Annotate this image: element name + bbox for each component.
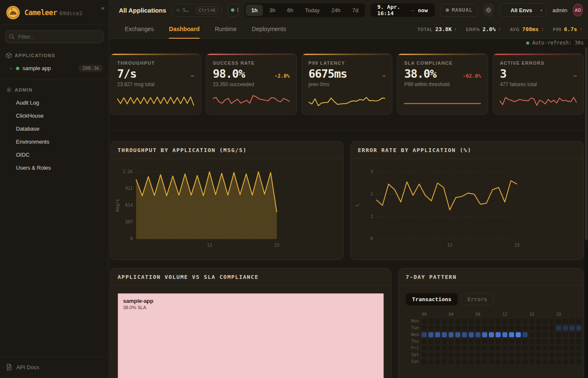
sidebar: Cameleer 69dcce2 « APPLICATIONS › sample… bbox=[0, 0, 109, 378]
heatmap-cell bbox=[428, 339, 433, 344]
kpi-value: 3 bbox=[500, 67, 506, 80]
scrollbar-thumb[interactable] bbox=[585, 47, 588, 240]
heatmap-cell bbox=[475, 352, 480, 357]
scrollbar-track[interactable] bbox=[585, 47, 588, 378]
kpi-delta: – bbox=[191, 73, 194, 79]
heatmap-cell bbox=[522, 346, 528, 351]
sidebar-item-database[interactable]: Database bbox=[0, 122, 109, 135]
heatmap-cell bbox=[475, 319, 480, 324]
stat-avg: AVG708ms↑ bbox=[510, 26, 543, 32]
tab-dashboard[interactable]: Dashboard bbox=[169, 20, 200, 39]
env-select[interactable]: All Envs ▾ bbox=[499, 3, 547, 17]
theme-toggle-button[interactable] bbox=[483, 4, 494, 17]
global-search[interactable]: Ctrl+K bbox=[172, 4, 222, 17]
panel-title: APPLICATION VOLUME VS SLA COMPLIANCE bbox=[118, 274, 259, 280]
heatmap-cell bbox=[482, 332, 487, 337]
live-status-button[interactable]: O bbox=[227, 4, 239, 17]
svg-text:msg/s: msg/s bbox=[115, 199, 120, 212]
kpi-accent-bar bbox=[302, 54, 392, 55]
heatmap-cell bbox=[570, 352, 575, 357]
heatmap-hour-label bbox=[462, 312, 467, 317]
heatmap-cell bbox=[422, 339, 427, 344]
range-button-3h[interactable]: 3h bbox=[264, 5, 281, 16]
sidebar-spacer bbox=[0, 174, 109, 357]
sidebar-collapse-button[interactable]: « bbox=[101, 4, 105, 11]
heatmap-cell bbox=[543, 332, 548, 337]
heatmap-cell bbox=[522, 319, 528, 324]
panel-header: THROUGHPUT BY APPLICATION (MSG/S) bbox=[110, 142, 343, 159]
heatmap-cell bbox=[496, 346, 501, 351]
filter-input[interactable] bbox=[5, 30, 104, 43]
heatmap-hour-label bbox=[509, 312, 514, 317]
api-docs-link[interactable]: API Docs bbox=[16, 364, 39, 370]
heatmap-cell bbox=[442, 339, 447, 344]
mode-button-errors[interactable]: Errors bbox=[461, 293, 494, 305]
heatmap-hour-label bbox=[563, 312, 568, 317]
range-button-7d[interactable]: 7d bbox=[347, 5, 364, 16]
kpi-value: 6675ms bbox=[309, 67, 347, 80]
app-item-name[interactable]: sample app bbox=[23, 65, 75, 71]
heatmap-hour-label bbox=[549, 312, 554, 317]
heatmap-cell bbox=[475, 332, 480, 337]
chevron-right-icon[interactable]: › bbox=[9, 65, 13, 71]
range-button-24h[interactable]: 24h bbox=[326, 5, 346, 16]
throughput-panel: THROUGHPUT BY APPLICATION (MSG/S) 1.2k92… bbox=[110, 141, 344, 260]
heatmap-hour-label: 12 bbox=[502, 312, 507, 317]
app-build-hash: 69dcce2 bbox=[60, 10, 83, 16]
chart-body: 1.2k92161430701223msg/s bbox=[110, 159, 343, 260]
app-title: Cameleer 69dcce2 bbox=[24, 8, 82, 17]
heatmap-cell bbox=[435, 346, 440, 351]
cameleer-logo bbox=[6, 5, 20, 20]
svg-text:2: 2 bbox=[370, 192, 373, 196]
heatmap-cell bbox=[543, 359, 548, 364]
range-button-today[interactable]: Today bbox=[299, 5, 325, 16]
search-shortcut-badge: Ctrl+K bbox=[196, 6, 218, 14]
heatmap-cell bbox=[469, 346, 474, 351]
manual-mode-button[interactable]: MANUAL bbox=[440, 4, 478, 17]
tab-exchanges[interactable]: Exchanges bbox=[125, 20, 154, 39]
svg-text:%: % bbox=[355, 204, 360, 207]
status-dot-green bbox=[16, 67, 19, 70]
heatmap-cell bbox=[442, 352, 447, 357]
sidebar-item-oidc[interactable]: OIDC bbox=[0, 148, 109, 161]
heatmap-cell bbox=[563, 346, 568, 351]
heatmap-cell bbox=[462, 339, 467, 344]
date-range-display[interactable]: 9. Apr. 16:14 – now bbox=[370, 3, 434, 17]
tab-runtime[interactable]: Runtime bbox=[215, 20, 236, 39]
heatmap-day-label-wed: Wed bbox=[406, 332, 420, 337]
trend-arrow-icon: ↑ bbox=[580, 26, 582, 32]
heatmap-cell bbox=[496, 319, 501, 324]
svg-text:3: 3 bbox=[370, 169, 373, 174]
treemap-node-sample-app[interactable]: sample-app 38.0% SLA bbox=[118, 293, 384, 378]
range-button-6h[interactable]: 6h bbox=[282, 5, 299, 16]
kpi-delta: – bbox=[382, 73, 385, 79]
heatmap-cell bbox=[428, 359, 433, 364]
heatmap-cell bbox=[549, 332, 554, 337]
heatmap-hour-label bbox=[442, 312, 447, 317]
heatmap-cell bbox=[543, 346, 548, 351]
heatmap-cell bbox=[496, 332, 501, 337]
heatmap-cell bbox=[556, 332, 561, 337]
search-input[interactable] bbox=[183, 7, 193, 13]
heatmap-hour-label bbox=[489, 312, 494, 317]
sidebar-item-clickhouse[interactable]: ClickHouse bbox=[0, 109, 109, 122]
mode-button-transactions[interactable]: Transactions bbox=[406, 293, 458, 305]
heatmap-cell bbox=[475, 346, 480, 351]
heatmap-hour-label bbox=[428, 312, 433, 317]
sidebar-item-sample-app[interactable]: › sample app 208.3k bbox=[0, 62, 109, 75]
range-button-1h[interactable]: 1h bbox=[246, 5, 263, 16]
sidebar-item-environments[interactable]: Environments bbox=[0, 135, 109, 148]
stat-err: ERR%2.0%↑ bbox=[466, 26, 501, 32]
trend-arrow-icon: ↑ bbox=[541, 26, 543, 32]
kpi-subtitle: 23.827 msg total bbox=[117, 81, 194, 87]
heatmap-day-label-fri: Fri bbox=[406, 346, 420, 351]
heatmap-cell bbox=[496, 359, 501, 364]
sidebar-item-users-roles[interactable]: Users & Roles bbox=[0, 161, 109, 174]
heatmap-cell bbox=[563, 352, 568, 357]
sidebar-item-audit-log[interactable]: Audit Log bbox=[0, 96, 109, 109]
avatar[interactable]: AD bbox=[573, 4, 583, 16]
heatmap-cell bbox=[576, 319, 581, 324]
package-icon bbox=[6, 52, 12, 58]
admin-section-header: ADMIN bbox=[0, 79, 109, 96]
tab-deployments[interactable]: Deployments bbox=[252, 20, 286, 39]
